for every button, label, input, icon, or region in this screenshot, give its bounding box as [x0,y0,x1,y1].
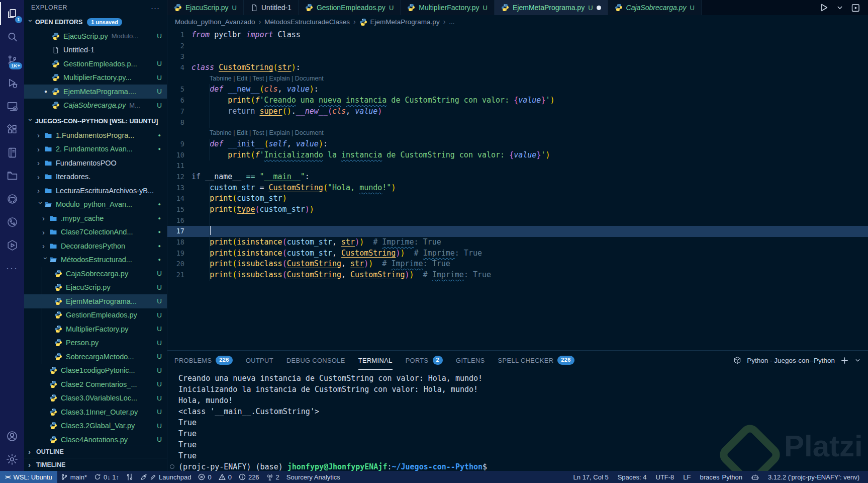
open-editor-item[interactable]: EjacuScrip.pyModulo...U [24,29,167,43]
activity-item-source-control[interactable]: 1K+ [0,48,24,71]
tree-item[interactable]: GestionEmpleados.pyU [24,308,167,323]
tree-item[interactable]: Person.pyU [24,336,167,350]
code-line[interactable]: 21 print(issubclass(CustomString, Custom… [167,270,868,281]
tree-item[interactable]: ›DecoradoresPython● [24,239,167,253]
editor-tab[interactable]: Untitled-1 [244,0,299,15]
panel-tab-terminal[interactable]: TERMINAL [358,351,393,370]
terminal-output[interactable]: Creando una nueva instancia de CustomStr… [167,370,868,471]
codelens-actions[interactable]: Tabnine | Edit | Test | Explain | Docume… [167,73,868,85]
open-editor-item[interactable]: GestionEmpleados.p...U [24,57,167,71]
activity-item-project-manager[interactable] [0,164,24,187]
code-line[interactable]: 14 print(custom_str) [167,193,868,204]
code-line[interactable]: 20 print(issubclass(CustomString, str)) … [167,259,868,270]
editor-tab[interactable]: EjemMetaPrograma.pyU [495,0,608,15]
status-python-interpreter[interactable]: 3.12.2 ('projc-py-ENAFY': venv) [763,471,864,483]
code-line[interactable]: 3 [167,51,868,62]
tree-item[interactable]: EjacuScrip.pyU [24,281,167,295]
tree-item[interactable]: CajaSobrecarga.pyU [24,267,167,281]
code-line[interactable]: 19 print(isinstance(custom_str, CustomSt… [167,248,868,259]
editor-tab[interactable]: EjacuScrip.pyU [167,0,244,15]
remote-indicator[interactable]: ><WSL: Ubuntu [0,471,57,483]
tree-item[interactable]: Clase1codigoPytonic...U [24,364,167,378]
tree-item[interactable]: Clase3.0VariablesLoc...U [24,391,167,406]
activity-item-accounts[interactable] [0,425,24,448]
run-python-file-button[interactable] [818,2,829,13]
activity-item-explorer[interactable]: 1 [0,2,24,25]
terminal-dropdown-button[interactable] [854,357,861,364]
status-branch[interactable]: main* [57,471,90,483]
breadcrumb-folder[interactable]: Modulo_python_Avanzado [175,18,255,26]
split-editor-run-button[interactable] [850,3,861,13]
timeline-section[interactable]: › TIMELINE [24,458,167,471]
code-line[interactable]: 13 custom_str = CustomString("Hola, mund… [167,183,868,194]
status-encoding[interactable]: UTF-8 [651,471,679,483]
code-line[interactable]: 10 print(f'Inicializando la instancia de… [167,150,868,161]
code-line[interactable]: 9 def __init__(self, value): [167,139,868,150]
activity-item-more-views[interactable]: ··· [0,257,24,280]
tree-item[interactable]: ›MétodosEstructurad...● [24,253,167,267]
panel-tab-gitlens[interactable]: GITLENS [456,351,485,370]
open-editors-header[interactable]: › OPEN EDITORS 1 unsaved [24,15,167,29]
activity-item-extensions[interactable] [0,118,24,141]
tree-item[interactable]: ›.mypy_cache● [24,211,167,225]
tree-item[interactable]: MultiplierFactory.pyU [24,322,167,336]
activity-item-search[interactable] [0,25,24,48]
code-editor[interactable]: 1from pyclbr import Class234class Custom… [167,28,868,350]
status-cursor-position[interactable]: Ln 17, Col 5 [569,471,613,483]
status-eol[interactable]: LF [679,471,695,483]
activity-item-github[interactable] [0,187,24,210]
tree-item[interactable]: ›LecturaEscrituraArchivos-yB... [24,184,167,198]
status-errors[interactable]: 0 [195,471,215,483]
activity-item-run-and-debug[interactable] [0,71,24,95]
code-line[interactable]: 5 def __new__(cls, value): [167,84,868,95]
activity-item-container-tools[interactable] [0,233,24,257]
run-options-button[interactable] [835,3,844,12]
code-line[interactable]: 16 [167,215,868,226]
editor-tab[interactable]: GestionEmpleados.pyU [299,0,401,15]
status-launchpad[interactable]: Launchpad [137,471,195,483]
status-git-compare[interactable] [123,471,137,483]
breadcrumb[interactable]: Modulo_python_Avanzado › MétodosEstructu… [167,15,868,28]
tree-item[interactable]: ›FundamentosPOO [24,156,167,170]
code-line[interactable]: 11 [167,160,868,172]
breadcrumb-symbol[interactable]: ... [449,18,454,26]
tree-item[interactable]: SobrecargaMetodo...U [24,350,167,364]
tree-item[interactable]: ›Modulo_python_Avan...● [24,198,167,212]
activity-item-git-graph[interactable] [0,210,24,233]
code-line[interactable]: 4class CustomString(str): [167,62,868,73]
panel-tab-output[interactable]: OUTPUT [246,351,273,370]
tree-item[interactable]: Clase3.1Inner_Outer.pyU [24,405,167,419]
status-infos[interactable]: 226 [235,471,263,483]
activity-item-remote-explorer[interactable] [0,95,24,118]
code-line[interactable]: 15 print(type(custom_str)) [167,204,868,215]
tree-item[interactable]: ›Clase7ColectionAnd...● [24,225,167,239]
code-line[interactable]: 18 print(isinstance(custom_str, str)) # … [167,237,868,248]
open-editor-item[interactable]: ●EjemMetaPrograma....U [24,85,167,99]
editor-tab[interactable]: MultiplierFactory.pyU [401,0,495,15]
open-editor-item[interactable]: MultiplierFactory.py...U [24,71,167,85]
panel-tab-debug-console[interactable]: DEBUG CONSOLE [286,351,345,370]
codelens-actions[interactable]: Tabnine | Edit | Test | Explain | Docume… [167,128,868,139]
panel-tab-ports[interactable]: PORTS2 [406,351,443,370]
status-indentation[interactable]: Spaces: 4 [613,471,651,483]
open-editor-item[interactable]: CajaSobrecarga.pyM...U [24,99,167,113]
status-sync[interactable]: 0↓ 1↑ [90,471,123,483]
tree-item[interactable]: EjemMetaPrograma...U [24,294,167,308]
code-line[interactable]: 1from pyclbr import Class [167,30,868,41]
code-line[interactable]: 8 [167,117,868,128]
status-sourcery[interactable]: Sourcery Analytics [283,471,344,483]
activity-item-settings[interactable] [0,448,24,471]
status-ports-tower[interactable]: 2 [263,471,283,483]
tree-item[interactable]: ›1.FundamentosProgra...● [24,128,167,142]
tree-item[interactable]: ›Iteradores. [24,170,167,184]
status-tabnine[interactable] [747,471,763,483]
editor-tab[interactable]: CajaSobrecarga.pyU [608,0,702,15]
new-terminal-button[interactable] [840,356,849,365]
breadcrumb-subfolder[interactable]: MétodosEstructuradeClases [264,18,350,26]
sidebar-more-actions-icon[interactable]: ··· [151,4,160,12]
panel-tab-problems[interactable]: PROBLEMS226 [174,351,233,370]
tree-item[interactable]: Clase3.2Glabal_Var.pyU [24,419,167,433]
workspace-folder-header[interactable]: › JUEGOS-CON--PYTHON [WSL: UBUNTU] [24,114,167,128]
tree-item[interactable]: Clase4Anotations.pyU [24,433,167,445]
activity-item-notebook[interactable] [0,141,24,164]
